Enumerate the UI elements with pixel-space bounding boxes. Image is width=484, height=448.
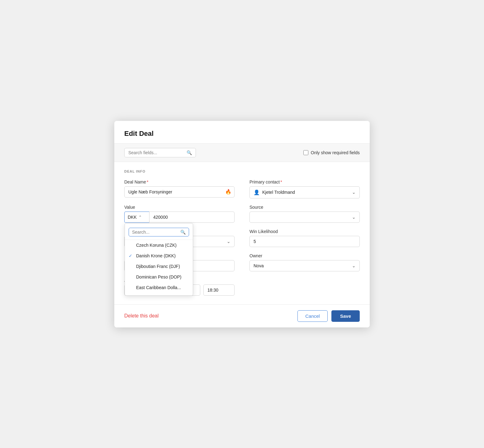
value-label: Value xyxy=(124,205,235,210)
modal-footer: Delete this deal Cancel Save xyxy=(114,304,370,327)
value-row: DKK ⌃ 🔍 Cz xyxy=(124,212,235,223)
deal-name-input[interactable] xyxy=(124,186,235,198)
primary-contact-select[interactable]: 👤 Kjetel Troldmand ⌄ xyxy=(249,186,360,198)
currency-option-djf[interactable]: Djiboutian Franc (DJF) xyxy=(125,261,193,272)
save-button[interactable]: Save xyxy=(331,310,360,322)
field-search-container: 🔍 xyxy=(124,148,196,157)
currency-chevron-up-icon: ⌃ xyxy=(139,215,142,219)
modal-body: DEAL INFO Deal Name* 🔥 Primary contact* xyxy=(114,162,370,304)
owner-label: Owner xyxy=(249,253,360,258)
currency-option-dop[interactable]: Dominican Peso (DOP) xyxy=(125,272,193,282)
owner-chevron-icon: ⌄ xyxy=(352,263,356,268)
primary-contact-chevron-icon: ⌄ xyxy=(352,190,356,195)
modal-title: Edit Deal xyxy=(124,130,360,138)
search-icon: 🔍 xyxy=(187,150,192,155)
deal-name-input-wrapper: 🔥 xyxy=(124,186,235,198)
source-group: Source ⌄ xyxy=(249,205,360,223)
currency-list: Czech Koruna (CZK) ✓ Danish Krone (DKK) … xyxy=(125,240,193,293)
primary-contact-label: Primary contact* xyxy=(249,179,360,184)
currency-search-container: 🔍 xyxy=(125,226,193,240)
cancel-button[interactable]: Cancel xyxy=(297,310,328,322)
currency-search-inner: 🔍 xyxy=(129,228,189,236)
win-likelihood-group: Win Likelihood xyxy=(249,229,360,247)
modal-header: Edit Deal xyxy=(114,121,370,143)
value-group: Value DKK ⌃ 🔍 xyxy=(124,205,235,223)
search-bar-row: 🔍 Only show required fields xyxy=(114,143,370,162)
currency-search-icon: 🔍 xyxy=(180,230,186,235)
footer-buttons: Cancel Save xyxy=(297,310,360,322)
owner-select-left: Nova xyxy=(254,263,264,268)
deal-name-label: Deal Name* xyxy=(124,179,235,184)
primary-contact-required: * xyxy=(280,179,282,184)
source-chevron-icon: ⌄ xyxy=(352,215,356,220)
primary-contact-select-left: 👤 Kjetel Troldmand xyxy=(254,189,295,195)
currency-selector[interactable]: DKK ⌃ 🔍 Cz xyxy=(124,212,149,223)
currency-option-dkk[interactable]: ✓ Danish Krone (DKK) xyxy=(125,250,193,261)
win-likelihood-label: Win Likelihood xyxy=(249,229,360,234)
primary-contact-group: Primary contact* 👤 Kjetel Troldmand ⌄ xyxy=(249,179,360,198)
edit-deal-modal: Edit Deal 🔍 Only show required fields DE… xyxy=(114,121,370,327)
check-icon: ✓ xyxy=(129,253,132,258)
currency-code: DKK xyxy=(128,215,137,220)
flame-icon: 🔥 xyxy=(225,189,231,195)
currency-option-czk[interactable]: Czech Koruna (CZK) xyxy=(125,240,193,250)
added-on-time-input[interactable] xyxy=(203,284,235,296)
win-likelihood-input[interactable] xyxy=(249,236,360,247)
form-grid: Deal Name* 🔥 Primary contact* 👤 Kjetel T… xyxy=(124,179,360,296)
deal-name-required: * xyxy=(147,179,148,184)
delete-deal-button[interactable]: Delete this deal xyxy=(124,313,159,319)
stage-chevron-icon: ⌄ xyxy=(227,239,230,244)
required-fields-label: Only show required fields xyxy=(311,150,360,155)
owner-group: Owner Nova ⌄ xyxy=(249,253,360,271)
source-select[interactable]: ⌄ xyxy=(249,212,360,223)
required-fields-checkbox[interactable] xyxy=(303,150,308,155)
source-label: Source xyxy=(249,205,360,210)
currency-dropdown: 🔍 Czech Koruna (CZK) ✓ Danish Krone (DKK… xyxy=(125,223,193,296)
deal-name-group: Deal Name* 🔥 xyxy=(124,179,235,198)
person-icon: 👤 xyxy=(254,189,260,195)
required-fields-row: Only show required fields xyxy=(303,150,360,155)
owner-select[interactable]: Nova ⌄ xyxy=(249,260,360,271)
field-search-input[interactable] xyxy=(128,150,184,155)
deal-info-section-label: DEAL INFO xyxy=(124,169,360,173)
currency-search-input[interactable] xyxy=(132,230,178,235)
currency-option-xcd[interactable]: East Caribbean Dolla... xyxy=(125,282,193,293)
value-amount-input[interactable] xyxy=(149,212,235,223)
